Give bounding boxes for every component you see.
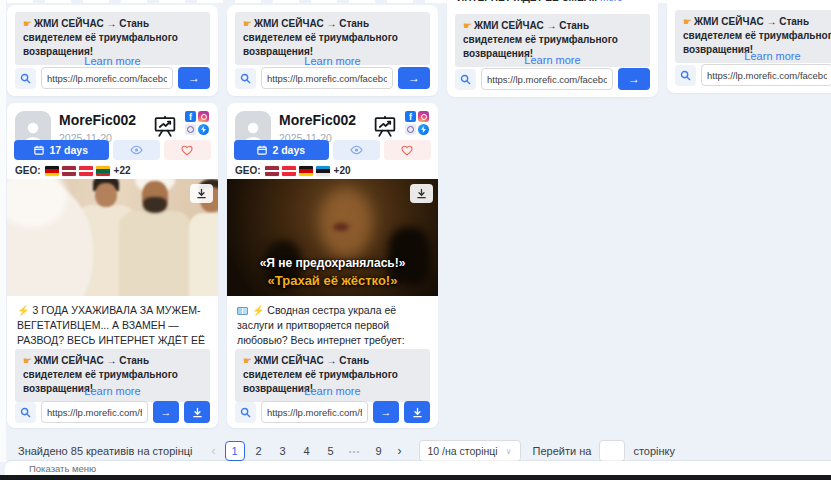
instagram-icon[interactable] <box>418 111 429 122</box>
page-button-1[interactable]: 1 <box>225 441 245 461</box>
description-clipped: ИНТЕРНЕТ ЖДЁТ ЕЁ СМЕР... more <box>457 0 650 3</box>
learn-more-link[interactable]: Learn more <box>227 55 438 67</box>
download-creative-button[interactable] <box>404 401 430 423</box>
platforms-icons <box>405 111 430 136</box>
page-button-2[interactable]: 2 <box>249 441 269 461</box>
creative-card: MoreFic002 2025-11-20 18:53:45 <box>227 103 438 428</box>
favorite-button[interactable] <box>384 140 431 160</box>
image-caption-line1: «Я не предохранялась!» <box>227 256 438 270</box>
page-button-3[interactable]: 3 <box>273 441 293 461</box>
geo-label: GEO: <box>15 165 41 176</box>
geo-more-count: +22 <box>114 165 131 176</box>
facebook-icon[interactable] <box>185 111 196 122</box>
creative-image-art <box>7 179 218 296</box>
audience-network-icon[interactable] <box>185 124 196 135</box>
messenger-icon[interactable] <box>418 124 429 135</box>
geo-more-count: +20 <box>334 165 351 176</box>
open-url-button[interactable]: → <box>618 68 650 90</box>
page-buttons: 12345•••9 <box>223 441 391 461</box>
learn-more-link[interactable]: Learn more <box>447 54 658 66</box>
creative-card-partial: ЖМИ СЕЙЧАС → Стань свидетелем её триумфа… <box>227 5 438 96</box>
search-icon[interactable] <box>235 402 256 423</box>
days-active-button[interactable]: 17 days <box>14 140 109 160</box>
learn-more-link[interactable]: Learn more <box>7 55 218 67</box>
card-actions: 2 days <box>234 140 431 160</box>
landing-url-input[interactable] <box>261 401 368 423</box>
open-url-button[interactable]: → <box>373 401 399 423</box>
goto-page-input[interactable] <box>599 440 625 462</box>
download-icon <box>196 188 207 199</box>
chevron-down-icon: ∨ <box>506 447 512 456</box>
goto-suffix: сторінку <box>633 445 675 457</box>
geo-row: GEO: +20 <box>235 165 351 176</box>
search-icon[interactable] <box>15 68 36 89</box>
search-icon[interactable] <box>455 69 476 90</box>
creative-card-partial: ИНТЕРНЕТ ЖДЁТ ЕЁ СМЕР... more ЖМИ СЕЙЧАС… <box>447 0 658 97</box>
prev-page-button[interactable]: ‹ <box>205 441 223 461</box>
creative-image[interactable]: «Я не предохранялась!» «Трахай её жёстко… <box>227 179 438 296</box>
url-row: → <box>675 64 831 86</box>
open-url-button[interactable]: → <box>178 67 210 89</box>
download-image-button[interactable] <box>410 184 433 203</box>
views-button[interactable] <box>113 140 160 160</box>
bottom-menu-bar[interactable]: Показать меню <box>5 461 831 475</box>
bolt-icon <box>17 305 29 316</box>
analytics-board-icon[interactable] <box>152 114 178 139</box>
more-link[interactable]: more <box>600 0 623 3</box>
landing-url-input[interactable] <box>41 401 148 423</box>
download-image-button[interactable] <box>190 184 213 203</box>
learn-more-link[interactable]: Learn more <box>667 50 831 62</box>
learn-more-link[interactable]: Learn more <box>227 385 438 397</box>
download-icon <box>192 407 203 418</box>
download-icon <box>416 188 427 199</box>
page-button-4[interactable]: 4 <box>297 441 317 461</box>
analytics-board-icon[interactable] <box>372 114 398 139</box>
learn-more-link[interactable]: Learn more <box>7 385 218 397</box>
pointing-hand-icon <box>243 355 252 366</box>
pointing-hand-icon <box>463 20 472 31</box>
instagram-icon[interactable] <box>198 111 209 122</box>
flag-lv <box>265 166 279 176</box>
heart-icon <box>401 145 413 156</box>
open-url-button[interactable]: → <box>153 401 179 423</box>
page-ellipsis: ••• <box>345 441 365 461</box>
landing-url-input[interactable] <box>261 67 393 89</box>
open-url-button[interactable]: → <box>398 67 430 89</box>
facebook-icon[interactable] <box>405 111 416 122</box>
landing-url-input[interactable] <box>481 68 613 90</box>
description-lead-icons <box>17 304 32 316</box>
eye-icon <box>350 145 363 155</box>
audience-network-icon[interactable] <box>405 124 416 135</box>
landing-url-input[interactable] <box>41 67 173 89</box>
search-icon[interactable] <box>15 402 36 423</box>
page-button-5[interactable]: 5 <box>321 441 341 461</box>
goto-prefix: Перейти на <box>533 445 592 457</box>
description-lead-icons <box>237 304 267 316</box>
arrow-right-icon: → <box>188 71 200 85</box>
flag-ee <box>316 166 330 176</box>
search-icon[interactable] <box>235 68 256 89</box>
geo-flags <box>265 166 330 176</box>
search-icon[interactable] <box>675 65 696 86</box>
messenger-icon[interactable] <box>198 124 209 135</box>
landing-url-input[interactable] <box>701 64 831 86</box>
creatives-gallery-page: ЖМИ СЕЙЧАС → Стань свидетелем её триумфа… <box>0 0 831 480</box>
show-menu-button[interactable]: Показать меню <box>5 463 96 474</box>
days-active-button[interactable]: 2 days <box>234 140 329 160</box>
page-size-select[interactable]: 10 /на сторінці∨ <box>419 440 521 462</box>
favorite-button[interactable] <box>164 140 211 160</box>
creative-image[interactable] <box>7 179 218 296</box>
book-icon <box>237 307 248 315</box>
url-row: → <box>15 401 210 423</box>
eye-icon <box>130 145 143 155</box>
views-button[interactable] <box>333 140 380 160</box>
arrow-right-icon: → <box>161 406 172 418</box>
download-creative-button[interactable] <box>184 401 210 423</box>
pointing-hand-icon <box>683 16 692 27</box>
page-button-9[interactable]: 9 <box>369 441 389 461</box>
creative-card-partial: ЖМИ СЕЙЧАС → Стань свидетелем её триумфа… <box>7 5 218 96</box>
next-page-button[interactable]: › <box>391 441 409 461</box>
geo-flags <box>45 166 110 176</box>
pagination-bar: Знайдено 85 креативів на сторінці ‹ 1234… <box>18 440 675 462</box>
flag-de <box>299 166 313 176</box>
